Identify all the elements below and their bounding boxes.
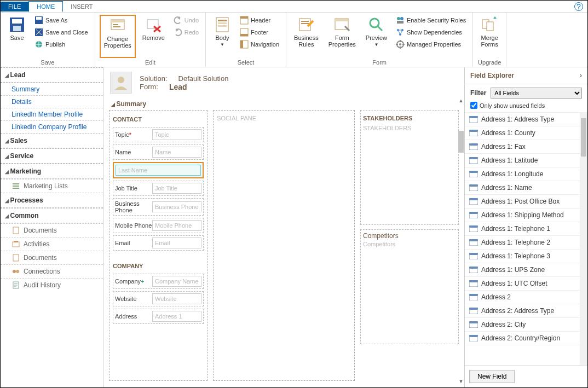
explorer-item[interactable]: Address 2 xyxy=(465,291,587,304)
column-social[interactable]: SOCIAL PANE xyxy=(213,110,355,381)
field-website[interactable]: WebsiteWebsite xyxy=(113,291,204,306)
svg-point-27 xyxy=(370,19,379,27)
summary-header[interactable]: Summary xyxy=(109,98,459,110)
dependencies-button[interactable]: Show Dependencies xyxy=(394,27,468,38)
nav-sales-header[interactable]: Sales xyxy=(1,133,103,148)
footer-button[interactable]: Footer xyxy=(238,27,281,38)
nav-common-header[interactable]: Common xyxy=(1,208,103,223)
svg-rect-17 xyxy=(240,16,248,19)
nav-details[interactable]: Details xyxy=(1,95,103,108)
field-email[interactable]: EmailEmail xyxy=(113,235,204,251)
competitors-section[interactable]: Competitors Competitors xyxy=(360,229,459,344)
remove-button[interactable]: Remove xyxy=(139,15,168,58)
field-company[interactable]: Company+Company Name xyxy=(113,274,204,289)
svg-rect-52 xyxy=(469,130,478,132)
undo-button[interactable]: Undo xyxy=(171,15,201,26)
field-jobtitle[interactable]: Job TitleJob Title xyxy=(113,181,204,196)
field-lastname[interactable]: Last Name xyxy=(113,162,204,178)
explorer-item[interactable]: Address 1: Latitude xyxy=(465,154,587,167)
tab-home[interactable]: HOME xyxy=(28,1,63,12)
svg-rect-74 xyxy=(469,280,478,282)
nav-documents[interactable]: Documents xyxy=(1,223,103,237)
publish-button[interactable]: Publish xyxy=(32,39,90,50)
saveclose-button[interactable]: Save and Close xyxy=(32,27,90,38)
column-related[interactable]: STAKEHOLDERS STAKEHOLDERS Competitors Co… xyxy=(360,110,459,381)
explorer-item[interactable]: Address 1: Telephone 1 xyxy=(465,222,587,236)
chevron-right-icon[interactable]: › xyxy=(580,72,582,79)
tab-file[interactable]: FILE xyxy=(1,2,28,11)
field-icon xyxy=(469,280,478,287)
svg-rect-54 xyxy=(469,143,478,146)
change-properties-button[interactable]: Change Properties xyxy=(100,15,136,58)
saveas-button[interactable]: Save As xyxy=(32,15,90,26)
nav-marketing-header[interactable]: Marketing xyxy=(1,164,103,179)
navigation-button[interactable]: Navigation xyxy=(238,39,281,50)
header-button[interactable]: Header xyxy=(238,15,281,26)
tab-insert[interactable]: INSERT xyxy=(63,2,100,11)
field-icon xyxy=(469,294,478,300)
nav-linkedin-company[interactable]: LinkedIn Company Profile xyxy=(1,120,103,133)
scroll-down-icon[interactable]: ▼ xyxy=(457,379,464,387)
remove-icon xyxy=(145,16,162,33)
nav-processes-header[interactable]: Processes xyxy=(1,193,103,208)
nav-activities[interactable]: Activities xyxy=(1,237,103,251)
explorer-item[interactable]: Address 1: Longitude xyxy=(465,167,587,181)
redo-button[interactable]: Redo xyxy=(171,27,201,38)
nav-marketing-lists[interactable]: Marketing Lists xyxy=(1,179,103,193)
ribbon: Save Save As Save and Close Publish Save… xyxy=(1,13,587,67)
explorer-item[interactable]: Address 1: UPS Zone xyxy=(465,263,587,277)
field-mobile-phone[interactable]: Mobile PhoneMobile Phone xyxy=(113,218,204,233)
explorer-item[interactable]: Address 2: City xyxy=(465,318,587,332)
svg-rect-19 xyxy=(240,34,248,36)
new-field-button[interactable]: New Field xyxy=(469,370,515,383)
explorer-scrollbar[interactable] xyxy=(580,113,587,365)
filter-select[interactable]: All Fields xyxy=(491,88,582,99)
explorer-item[interactable]: Address 2: Country/Region xyxy=(465,332,587,345)
column-contact[interactable]: CONTACT Topic*Topic NameName Last Name J… xyxy=(109,110,207,381)
svg-rect-4 xyxy=(36,17,42,20)
nav-lead-header[interactable]: Lead xyxy=(1,67,103,83)
explorer-item[interactable]: Address 1: Address Type xyxy=(465,113,587,126)
nav-audit[interactable]: Audit History xyxy=(1,278,103,292)
preview-button[interactable]: Preview▼ xyxy=(362,15,390,58)
save-button[interactable]: Save xyxy=(5,15,29,58)
body-icon xyxy=(214,16,231,33)
field-icon xyxy=(469,130,478,136)
nav-documents-2[interactable]: Documents xyxy=(1,251,103,264)
explorer-item[interactable]: Address 1: Fax xyxy=(465,140,587,154)
business-rules-button[interactable]: Business Rules xyxy=(291,15,322,58)
stakeholders-section[interactable]: STAKEHOLDERS STAKEHOLDERS xyxy=(360,110,459,225)
explorer-item[interactable]: Address 1: Telephone 3 xyxy=(465,250,587,263)
explorer-item[interactable]: Address 1: Shipping Method xyxy=(465,209,587,222)
merge-forms-button[interactable]: Merge Forms xyxy=(477,15,501,58)
ribbon-tab-row: FILE HOME INSERT ? xyxy=(1,1,587,13)
form-properties-button[interactable]: Form Properties xyxy=(325,15,359,58)
field-address[interactable]: AddressAddress 1 xyxy=(113,309,204,324)
unused-checkbox[interactable] xyxy=(470,102,477,109)
explorer-scroll-thumb[interactable] xyxy=(581,118,586,157)
stakeholders-placeholder: STAKEHOLDERS xyxy=(363,124,456,132)
managed-props-button[interactable]: Managed Properties xyxy=(394,39,468,50)
explorer-item[interactable]: Address 1: Telephone 2 xyxy=(465,236,587,250)
field-topic[interactable]: Topic*Topic xyxy=(113,127,204,142)
explorer-item[interactable]: Address 1: Name xyxy=(465,181,587,195)
nav-service-header[interactable]: Service xyxy=(1,148,103,164)
security-roles-button[interactable]: Enable Security Roles xyxy=(394,15,468,26)
body-button[interactable]: Body▼ xyxy=(210,15,234,58)
canvas-body[interactable]: Summary CONTACT Topic*Topic NameName Las… xyxy=(103,98,464,387)
scroll-thumb[interactable] xyxy=(458,131,464,153)
explorer-item[interactable]: Address 1: Post Office Box xyxy=(465,195,587,209)
explorer-item[interactable]: Address 2: Address Type xyxy=(465,304,587,318)
nav-summary[interactable]: Summary xyxy=(1,83,103,95)
scroll-up-icon[interactable]: ▲ xyxy=(457,98,464,107)
nav-linkedin-member[interactable]: LinkedIn Member Profile xyxy=(1,108,103,120)
canvas-scrollbar[interactable]: ▲ ▼ xyxy=(457,98,464,387)
help-icon[interactable]: ? xyxy=(574,2,583,11)
field-business-phone[interactable]: Business PhoneBusiness Phone xyxy=(113,198,204,216)
explorer-item[interactable]: Address 1: County xyxy=(465,126,587,140)
field-name[interactable]: NameName xyxy=(113,144,204,160)
nav-connections[interactable]: Connections xyxy=(1,264,103,278)
field-icon xyxy=(469,321,478,328)
explorer-item[interactable]: Address 1: UTC Offset xyxy=(465,277,587,291)
group-form: Business Rules Form Properties Preview▼ … xyxy=(286,13,473,67)
